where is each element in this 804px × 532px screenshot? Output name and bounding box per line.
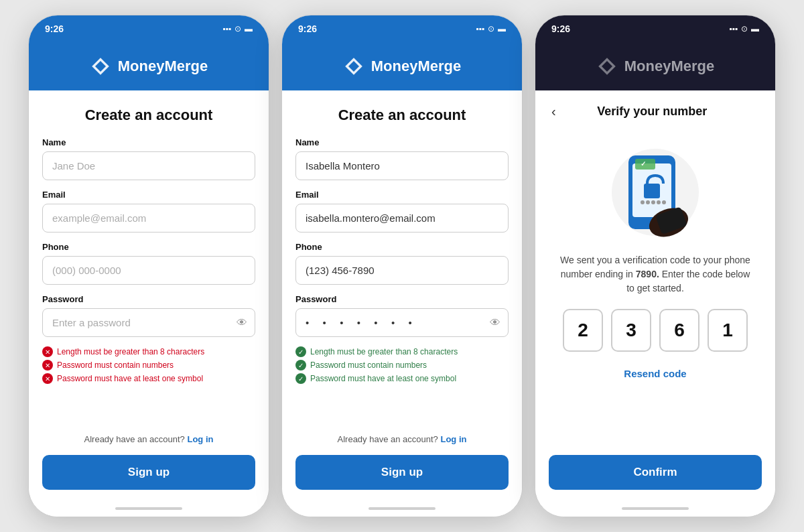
validation-item-2-2: ✓ Password must have at least one symbol (295, 373, 509, 384)
home-indicator-1 (29, 501, 269, 517)
validation-text-2-0: Length must be greater than 8 characters (310, 347, 458, 356)
signal-icon-2: ▪▪▪ (476, 24, 484, 34)
validation-item-2-1: ✓ Password must contain numbers (295, 360, 509, 371)
code-digit-2[interactable]: 6 (659, 309, 699, 352)
verify-message: We sent you a verification code to your … (549, 253, 762, 295)
phone-illustration: ✓ (595, 135, 716, 243)
resend-code-link[interactable]: Resend code (624, 368, 686, 379)
signup-button-2[interactable]: Sign up (295, 455, 509, 490)
validation-text-1-2: Password must have at least one symbol (57, 374, 203, 383)
home-bar-2 (368, 507, 436, 510)
validation-icon-2-1: ✓ (295, 360, 306, 371)
name-field-wrap-2 (295, 151, 509, 180)
validation-icon-1-1: ✕ (42, 360, 53, 371)
phone-field-wrap-2 (295, 256, 509, 285)
login-link-1[interactable]: Log in (187, 434, 213, 444)
logo-icon-1 (90, 56, 111, 77)
status-bar-1: 9:26 ▪▪▪ ⊙ ▬ (29, 15, 269, 42)
signal-icon: ▪▪▪ (222, 24, 231, 34)
password-input-1[interactable] (42, 308, 255, 337)
validation-icon-1-2: ✕ (42, 373, 53, 384)
email-input-2[interactable] (295, 204, 509, 232)
validation-item-1-0: ✕ Length must be greater than 8 characte… (42, 346, 255, 357)
wifi-icon-2: ⊙ (488, 24, 494, 34)
resend-link-wrap: Resend code (549, 368, 762, 380)
logo-icon-2 (343, 56, 364, 77)
app-name-3: MoneyMerge (624, 58, 714, 75)
validation-list-2: ✓ Length must be greater than 8 characte… (295, 346, 509, 387)
already-account-1: Already have an account? Log in (42, 426, 255, 451)
code-digit-1[interactable]: 3 (611, 309, 651, 352)
phone-label-2: Phone (295, 242, 509, 252)
verify-header-row: ‹ Verify your number (549, 101, 762, 122)
name-label-2: Name (295, 137, 509, 147)
status-icons-1: ▪▪▪ ⊙ ▬ (222, 24, 253, 34)
phone-2: 9:26 ▪▪▪ ⊙ ▬ MoneyMerge Create an accoun… (281, 15, 523, 517)
validation-list-1: ✕ Length must be greater than 8 characte… (42, 346, 255, 387)
app-name-2: MoneyMerge (371, 58, 461, 75)
validation-item-1-1: ✕ Password must contain numbers (42, 360, 255, 371)
email-input-1[interactable] (42, 204, 255, 232)
validation-item-2-0: ✓ Length must be greater than 8 characte… (295, 346, 509, 357)
name-input-1[interactable] (42, 151, 255, 180)
wifi-icon-3: ⊙ (741, 24, 748, 34)
validation-text-2-2: Password must have at least one symbol (310, 374, 456, 383)
phone-number-end: 7890. (636, 269, 659, 279)
battery-icon-2: ▬ (498, 24, 506, 34)
name-input-2[interactable] (295, 151, 509, 180)
form-content-1: Create an account Name Email Phone Passw… (29, 90, 269, 501)
password-input-2[interactable] (295, 308, 509, 337)
phone-3: 9:26 ▪▪▪ ⊙ ▬ MoneyMerge ‹ Verify your nu… (535, 15, 776, 517)
svg-point-13 (657, 200, 661, 204)
email-field-wrap-2 (295, 204, 509, 232)
status-time-1: 9:26 (45, 23, 64, 34)
password-field-wrap-2: 👁 (295, 308, 509, 337)
status-icons-3: ▪▪▪ ⊙ ▬ (729, 24, 759, 34)
app-header-1: MoneyMerge (29, 42, 269, 90)
name-label-1: Name (42, 137, 255, 147)
validation-text-1-1: Password must contain numbers (57, 360, 174, 370)
password-label-1: Password (42, 294, 255, 304)
validation-icon-1-0: ✕ (42, 346, 53, 357)
home-indicator-3 (535, 501, 775, 517)
email-label-2: Email (295, 190, 509, 200)
email-label-1: Email (42, 190, 255, 200)
svg-point-14 (662, 200, 666, 204)
eye-toggle-2[interactable]: 👁 (490, 317, 500, 329)
validation-text-2-1: Password must contain numbers (310, 360, 427, 370)
verify-content: ‹ Verify your number (535, 90, 775, 501)
phone-input-1[interactable] (42, 256, 255, 285)
validation-text-1-0: Length must be greater than 8 characters (57, 347, 204, 356)
password-label-2: Password (295, 294, 509, 304)
eye-toggle-1[interactable]: 👁 (237, 317, 247, 329)
battery-icon-3: ▬ (751, 24, 759, 34)
app-header-3: MoneyMerge (535, 42, 775, 90)
password-field-wrap-1: 👁 (42, 308, 255, 337)
signup-button-1[interactable]: Sign up (42, 455, 255, 490)
svg-point-12 (651, 200, 655, 204)
battery-icon: ▬ (245, 24, 253, 34)
code-boxes: 2 3 6 1 (549, 309, 762, 352)
home-indicator-2 (282, 501, 522, 517)
back-button[interactable]: ‹ (549, 101, 559, 122)
home-bar-1 (115, 507, 182, 510)
status-time-3: 9:26 (551, 23, 570, 34)
app-name-1: MoneyMerge (118, 58, 208, 75)
app-header-2: MoneyMerge (282, 42, 522, 90)
login-link-2[interactable]: Log in (440, 434, 466, 444)
validation-item-1-2: ✕ Password must have at least one symbol (42, 373, 255, 384)
verify-title: Verify your number (559, 105, 762, 119)
status-icons-2: ▪▪▪ ⊙ ▬ (476, 24, 506, 34)
page-title-1: Create an account (42, 107, 255, 124)
confirm-button[interactable]: Confirm (549, 455, 762, 490)
wifi-icon: ⊙ (234, 24, 241, 34)
signal-icon-3: ▪▪▪ (729, 24, 738, 34)
phone-label-1: Phone (42, 242, 255, 252)
code-digit-0[interactable]: 2 (563, 309, 603, 352)
phone-input-2[interactable] (295, 256, 509, 285)
form-content-2: Create an account Name Email Phone Passw… (282, 90, 522, 501)
logo-icon-3 (596, 56, 618, 77)
code-digit-3[interactable]: 1 (708, 309, 748, 352)
svg-point-11 (646, 200, 650, 204)
validation-icon-2-0: ✓ (295, 346, 306, 357)
